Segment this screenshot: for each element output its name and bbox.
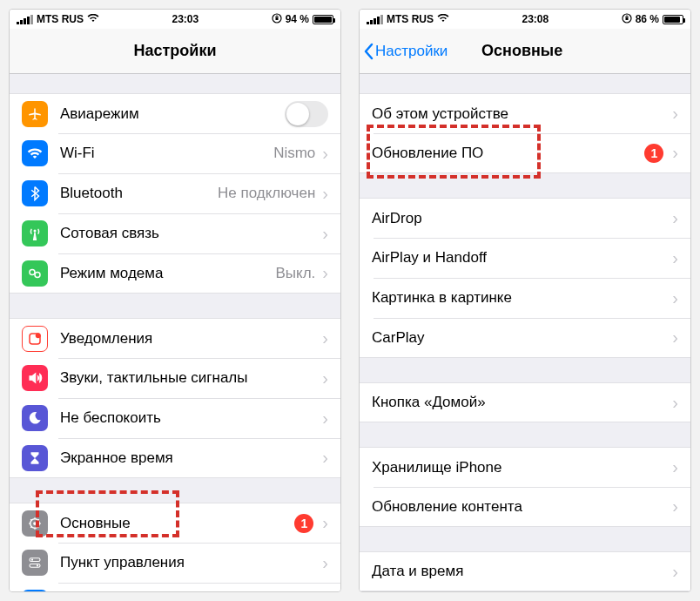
chevron-right-icon: › <box>322 224 328 244</box>
cell-label: Экранное время <box>60 449 320 467</box>
cell-airplay[interactable]: AirPlay и Handoff › <box>360 238 690 278</box>
hotspot-icon <box>22 260 48 287</box>
airplane-toggle[interactable] <box>285 101 328 127</box>
chevron-right-icon: › <box>322 263 328 283</box>
cell-control-center[interactable]: Пункт управления › <box>10 543 340 583</box>
carrier-label: MTS RUS <box>387 13 434 25</box>
chevron-right-icon: › <box>322 553 328 573</box>
cell-notifications[interactable]: Уведомления › <box>10 318 340 358</box>
cell-label: AirPlay и Handoff <box>372 249 670 267</box>
phone-right: MTS RUS 23:08 86 % Настройки Основные Об… <box>359 9 691 592</box>
cell-pip[interactable]: Картинка в картинке › <box>360 278 690 318</box>
cell-carplay[interactable]: CarPlay › <box>360 318 690 358</box>
cell-label: Wi-Fi <box>60 145 273 162</box>
cell-label: Не беспокоить <box>60 409 320 427</box>
group-home: Кнопка «Домой» › <box>360 382 690 422</box>
cell-hotspot[interactable]: Режим модема Выкл. › <box>10 253 340 294</box>
group-about: Об этом устройстве › Обновление ПО 1 › <box>360 93 690 173</box>
chevron-right-icon: › <box>672 143 678 163</box>
navbar: Настройки Основные <box>360 29 690 74</box>
group-sharing: AirDrop › AirPlay и Handoff › Картинка в… <box>360 198 690 358</box>
cell-bluetooth[interactable]: Bluetooth Не подключен › <box>10 173 340 213</box>
carrier-label: MTS RUS <box>37 13 84 25</box>
cell-label: Об этом устройстве <box>372 105 670 123</box>
chevron-right-icon: › <box>322 144 328 164</box>
clock-label: 23:03 <box>172 13 199 25</box>
speaker-icon <box>22 365 48 391</box>
cell-storage[interactable]: Хранилище iPhone › <box>360 447 690 487</box>
cell-label: Пункт управления <box>60 554 320 571</box>
cell-label: Картинка в картинке <box>372 289 670 307</box>
cell-label: Хранилище iPhone <box>372 459 670 476</box>
back-button[interactable]: Настройки <box>360 43 448 60</box>
cell-label: AirDrop <box>372 210 670 227</box>
chevron-right-icon: › <box>672 496 678 517</box>
settings-list[interactable]: Авиарежим Wi-Fi Nismo › Bluetooth Не под… <box>10 74 340 591</box>
clock-label: 23:08 <box>522 13 549 25</box>
chevron-right-icon: › <box>672 288 678 308</box>
cell-sounds[interactable]: Звуки, тактильные сигналы › <box>10 358 340 398</box>
cell-label: Режим модема <box>60 265 275 282</box>
badge: 1 <box>294 514 313 533</box>
text-size-icon: AA <box>22 590 48 592</box>
svg-rect-11 <box>30 564 40 568</box>
cell-wifi[interactable]: Wi-Fi Nismo › <box>10 133 340 173</box>
chevron-right-icon: › <box>322 513 328 533</box>
cell-value: Выкл. <box>275 265 315 282</box>
cell-label: Сотовая связь <box>60 225 320 242</box>
cell-label: Уведомления <box>60 330 320 348</box>
cell-display[interactable]: AA Экран и яркость › <box>10 583 340 591</box>
chevron-right-icon: › <box>322 409 328 429</box>
navbar: Настройки <box>10 29 340 74</box>
chevron-right-icon: › <box>322 368 328 388</box>
antenna-icon <box>22 220 48 246</box>
switches-icon <box>22 550 48 576</box>
notifications-icon <box>22 326 48 352</box>
chevron-right-icon: › <box>322 328 328 348</box>
signal-icon <box>367 15 383 24</box>
group-datetime: Дата и время › <box>360 551 690 591</box>
chevron-right-icon: › <box>672 208 678 228</box>
bluetooth-icon <box>22 180 48 206</box>
cell-background-refresh[interactable]: Обновление контента › <box>360 487 690 527</box>
group-general: Основные 1 › Пункт управления › AA Экран… <box>10 503 340 591</box>
svg-rect-14 <box>625 17 628 20</box>
status-bar: MTS RUS 23:08 86 % <box>360 10 690 29</box>
gear-icon <box>22 510 48 537</box>
svg-point-4 <box>35 272 40 277</box>
group-connectivity: Авиарежим Wi-Fi Nismo › Bluetooth Не под… <box>10 93 340 294</box>
chevron-right-icon: › <box>322 448 328 468</box>
svg-point-2 <box>34 230 37 233</box>
battery-icon <box>313 15 333 24</box>
svg-point-3 <box>30 269 35 274</box>
battery-icon <box>663 15 683 24</box>
cell-about[interactable]: Об этом устройстве › <box>360 93 690 133</box>
cell-label: Bluetooth <box>60 185 218 202</box>
cell-value: Не подключен <box>218 185 315 202</box>
chevron-left-icon <box>363 43 374 60</box>
page-title: Настройки <box>10 42 340 60</box>
cell-label: Основные <box>60 515 294 532</box>
badge: 1 <box>644 144 663 163</box>
chevron-right-icon: › <box>672 104 678 124</box>
back-label: Настройки <box>375 43 448 60</box>
cell-home-button[interactable]: Кнопка «Домой» › <box>360 382 690 422</box>
cell-label: Звуки, тактильные сигналы <box>60 369 320 387</box>
cell-software-update[interactable]: Обновление ПО 1 › <box>360 133 690 173</box>
chevron-right-icon: › <box>672 393 678 413</box>
cell-datetime[interactable]: Дата и время › <box>360 551 690 591</box>
phone-left: MTS RUS 23:03 94 % Настройки Авиарежим <box>9 9 341 592</box>
general-list[interactable]: Об этом устройстве › Обновление ПО 1 › A… <box>360 74 690 591</box>
cell-dnd[interactable]: Не беспокоить › <box>10 398 340 438</box>
page-title: Основные <box>481 42 690 60</box>
hourglass-icon <box>22 445 48 471</box>
cell-screentime[interactable]: Экранное время › <box>10 438 340 478</box>
chevron-right-icon: › <box>672 248 678 268</box>
status-bar: MTS RUS 23:03 94 % <box>10 10 340 29</box>
signal-icon <box>17 15 33 24</box>
cell-general[interactable]: Основные 1 › <box>10 503 340 543</box>
wifi-icon <box>87 13 99 25</box>
cell-airplane-mode[interactable]: Авиарежим <box>10 93 340 133</box>
cell-airdrop[interactable]: AirDrop › <box>360 198 690 238</box>
cell-cellular[interactable]: Сотовая связь › <box>10 213 340 253</box>
